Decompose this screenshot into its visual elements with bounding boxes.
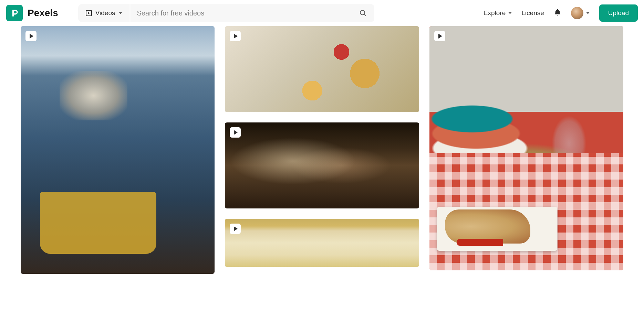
svg-line-1 (364, 14, 366, 16)
video-thumbnail (225, 26, 419, 112)
avatar (571, 7, 583, 19)
chevron-down-icon (119, 12, 122, 14)
video-card[interactable] (225, 26, 419, 112)
upload-button[interactable]: Upload (599, 4, 638, 22)
chevron-down-icon (586, 12, 590, 14)
nav-explore[interactable]: Explore (484, 9, 512, 17)
video-thumbnail (225, 122, 419, 208)
nav-right: Explore License Upload (484, 4, 638, 22)
main-header: Pexels Videos Explore License (0, 0, 644, 26)
video-gallery (0, 26, 644, 281)
video-type-icon (86, 10, 92, 16)
play-icon (434, 31, 445, 41)
video-thumbnail (429, 26, 623, 270)
play-icon (230, 127, 241, 138)
search-type-label: Videos (95, 9, 115, 17)
brand-name: Pexels (28, 8, 58, 19)
gallery-column (429, 26, 623, 270)
search-button[interactable] (352, 9, 374, 17)
play-icon (230, 224, 241, 234)
logo-icon (6, 5, 23, 21)
gallery-column (21, 26, 215, 274)
video-card[interactable] (225, 219, 419, 267)
nav-license[interactable]: License (521, 9, 544, 17)
video-card[interactable] (429, 26, 623, 270)
video-thumbnail (225, 219, 419, 267)
play-icon (25, 31, 37, 41)
search-icon (359, 9, 367, 17)
play-icon (230, 31, 241, 41)
gallery-column (225, 26, 419, 267)
user-menu[interactable] (571, 7, 590, 19)
logo-group[interactable]: Pexels (6, 5, 58, 21)
video-card[interactable] (21, 26, 215, 274)
nav-license-label: License (521, 9, 544, 17)
svg-point-0 (360, 10, 365, 15)
bell-icon (554, 9, 561, 16)
search-type-selector[interactable]: Videos (78, 4, 130, 22)
notifications-button[interactable] (554, 9, 561, 18)
video-card[interactable] (225, 122, 419, 208)
nav-explore-label: Explore (484, 9, 506, 17)
video-thumbnail (21, 26, 215, 274)
search-input[interactable] (130, 4, 352, 22)
chevron-down-icon (508, 12, 512, 14)
search-bar: Videos (78, 4, 374, 22)
